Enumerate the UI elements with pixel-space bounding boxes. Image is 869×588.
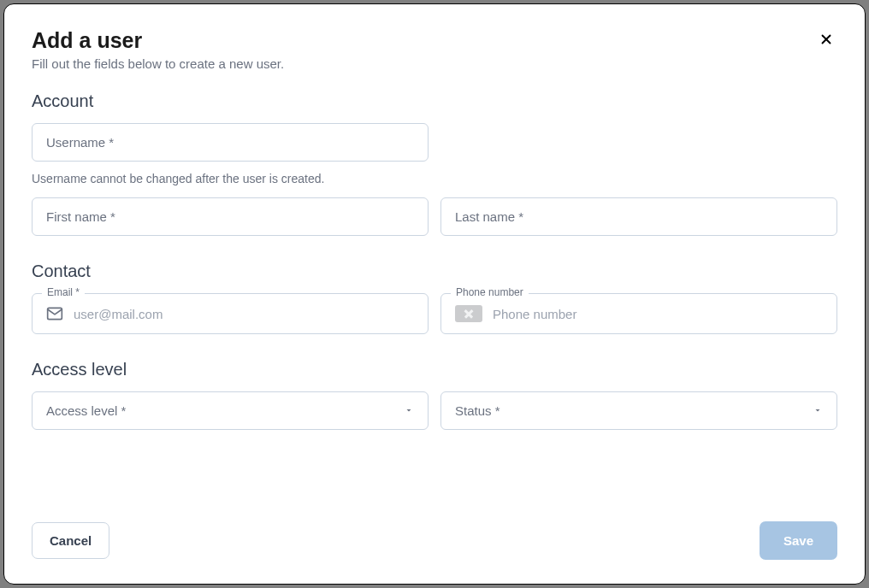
section-title-access: Access level bbox=[32, 360, 837, 379]
add-user-modal: Add a user Fill out the fields below to … bbox=[3, 3, 866, 585]
status-placeholder: Status * bbox=[455, 403, 500, 418]
cancel-button[interactable]: Cancel bbox=[32, 522, 109, 559]
phone-label: Phone number bbox=[451, 286, 529, 298]
phone-input[interactable] bbox=[493, 307, 823, 321]
modal-title: Add a user bbox=[32, 28, 284, 53]
first-name-input[interactable] bbox=[32, 197, 429, 236]
chevron-down-icon bbox=[813, 403, 823, 418]
account-section: Account Username cannot be changed after… bbox=[32, 91, 837, 246]
username-input[interactable] bbox=[32, 123, 429, 162]
status-field-container: Status * bbox=[440, 391, 837, 430]
save-button[interactable]: Save bbox=[760, 521, 837, 560]
flag-icon[interactable] bbox=[455, 305, 482, 322]
access-level-field-container: Access level * bbox=[32, 391, 429, 430]
phone-field-container: Phone number bbox=[440, 293, 837, 334]
email-field-container: Email * bbox=[32, 293, 429, 334]
section-title-contact: Contact bbox=[32, 262, 837, 281]
last-name-field-container bbox=[440, 197, 837, 236]
modal-header: Add a user Fill out the fields below to … bbox=[32, 28, 837, 91]
section-title-account: Account bbox=[32, 91, 837, 111]
access-level-select[interactable]: Access level * bbox=[32, 391, 429, 430]
modal-footer: Cancel Save bbox=[32, 521, 837, 560]
access-section: Access level Access level * Status * bbox=[32, 360, 837, 440]
email-input[interactable] bbox=[74, 307, 414, 321]
username-field-container bbox=[32, 123, 429, 162]
mail-icon bbox=[46, 305, 63, 322]
contact-section: Contact Email * Phone number bbox=[32, 262, 837, 344]
close-icon bbox=[819, 37, 834, 50]
chevron-down-icon bbox=[404, 403, 414, 418]
status-select[interactable]: Status * bbox=[440, 391, 837, 430]
email-label: Email * bbox=[42, 286, 85, 298]
last-name-input[interactable] bbox=[440, 197, 837, 236]
close-button[interactable] bbox=[815, 28, 837, 53]
username-helper-text: Username cannot be changed after the use… bbox=[32, 172, 837, 185]
first-name-field-container bbox=[32, 197, 429, 236]
access-level-placeholder: Access level * bbox=[46, 403, 126, 418]
modal-subtitle: Fill out the fields below to create a ne… bbox=[32, 56, 284, 71]
